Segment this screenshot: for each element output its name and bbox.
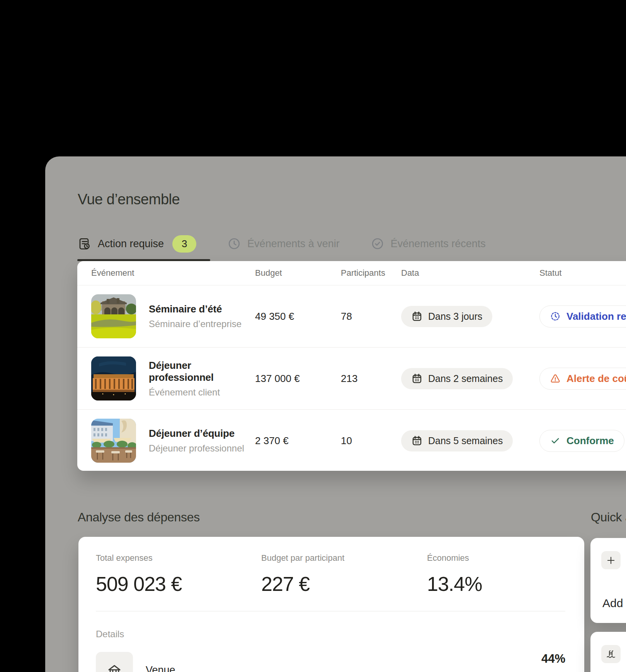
calendar-icon [411, 435, 423, 446]
event-date-label: Dans 5 semaines [428, 435, 503, 446]
tab-evenements-a-venir[interactable]: Événements à venir [227, 237, 340, 251]
tab-evenements-recents[interactable]: Événements récents [371, 237, 486, 251]
status-badge[interactable]: Validation requise [539, 305, 626, 328]
status-badge[interactable]: Conforme [539, 430, 624, 452]
event-participants: 78 [341, 311, 401, 322]
history-clock-icon [227, 237, 241, 251]
event-participants: 10 [341, 435, 401, 447]
detail-percent: 44% [524, 652, 565, 666]
stat-label-economies: Économies [427, 553, 565, 563]
col-header-participants: Participants [341, 268, 401, 278]
pending-clock-icon [550, 311, 561, 322]
quick-card-add-event[interactable]: Add event [590, 538, 626, 623]
tab-label: Événements récents [391, 238, 486, 250]
event-date-chip[interactable]: Dans 5 semaines [401, 430, 513, 451]
event-budget: 137 000 € [255, 373, 341, 385]
note-clock-icon [78, 237, 92, 251]
event-thumbnail-estate [91, 294, 136, 338]
event-title: Déjeuner professionnel [149, 360, 255, 384]
status-label: Validation requise [566, 311, 626, 322]
stats-row: Total expenses 509 023 € Budget par part… [96, 553, 565, 596]
event-budget: 2 370 € [255, 435, 341, 447]
app-window: Vue d’ensemble Action requise 3 [45, 156, 626, 672]
calendar-icon [411, 373, 423, 384]
stat-label-total-expenses: Total expenses [96, 553, 261, 563]
event-subtitle: Événement client [149, 387, 255, 398]
tab-action-requise[interactable]: Action requise 3 [78, 235, 196, 253]
quick-card-label: Add event [602, 597, 626, 610]
tab-bar: Action requise 3 Événements à venir Évén… [78, 233, 486, 255]
table-row[interactable]: Déjeuner professionnel Événement client … [77, 348, 626, 410]
card-divider [96, 611, 565, 611]
event-date-chip[interactable]: Dans 2 semaines [401, 368, 513, 389]
event-date-chip[interactable]: Dans 3 jours [401, 306, 492, 327]
page-title: Vue d’ensemble [78, 191, 180, 208]
tab-label: Action requise [98, 238, 164, 250]
active-tab-underline [77, 259, 210, 261]
events-table: Événement Budget Participants Data Statu… [77, 261, 626, 471]
tab-label: Événements à venir [247, 238, 340, 250]
event-title: Séminaire d’été [149, 303, 242, 315]
venue-building-icon [96, 652, 133, 672]
warning-triangle-icon [550, 373, 561, 384]
event-date-label: Dans 2 semaines [428, 373, 503, 384]
event-thumbnail-night-monument [91, 356, 136, 400]
plus-icon[interactable] [601, 551, 621, 569]
event-subtitle: Séminaire d’entreprise [149, 319, 242, 329]
stat-value-economies: 13.4% [427, 572, 565, 596]
expense-analysis-card: Total expenses 509 023 € Budget par part… [78, 537, 584, 672]
status-badge[interactable]: Alerte de coût [539, 368, 626, 390]
event-date-label: Dans 3 jours [428, 311, 482, 322]
calendar-icon [411, 311, 423, 322]
tab-count-badge: 3 [172, 235, 196, 253]
pool-ladder-icon[interactable] [601, 645, 621, 663]
details-label: Details [96, 629, 124, 640]
stat-value-total-expenses: 509 023 € [96, 572, 261, 596]
status-label: Conforme [566, 435, 614, 447]
table-header-row: Événement Budget Participants Data Statu… [77, 261, 626, 285]
event-subtitle: Déjeuner professionnel [149, 443, 244, 454]
event-title: Déjeuner d’équipe [149, 428, 244, 440]
table-row[interactable]: Séminaire d’été Séminaire d’entreprise 4… [77, 285, 626, 348]
stat-label-budget-participant: Budget par participant [261, 553, 427, 563]
quick-actions-heading: Quick actions [591, 510, 626, 524]
table-row[interactable]: Déjeuner d’équipe Déjeuner professionnel… [77, 410, 626, 471]
event-participants: 213 [341, 373, 401, 385]
detail-name: Venue [146, 664, 175, 672]
col-header-evenement: Événement [77, 268, 255, 278]
analysis-section-heading: Analyse des dépenses [78, 510, 200, 524]
status-label: Alerte de coût [566, 373, 626, 385]
check-icon [550, 435, 561, 446]
check-circle-icon [371, 237, 384, 251]
detail-row-venue[interactable]: Venue 44% 226 000€ [96, 652, 565, 672]
col-header-budget: Budget [255, 268, 341, 278]
stat-value-budget-participant: 227 € [261, 572, 427, 596]
quick-card-pool[interactable] [590, 632, 626, 672]
col-header-data: Data [401, 268, 539, 278]
event-thumbnail-terrace [91, 419, 136, 463]
col-header-statut: Statut [539, 268, 626, 278]
event-budget: 49 350 € [255, 311, 341, 322]
screenshot-root: { "page": { "title": "Vue d’ensemble" },… [0, 0, 626, 672]
